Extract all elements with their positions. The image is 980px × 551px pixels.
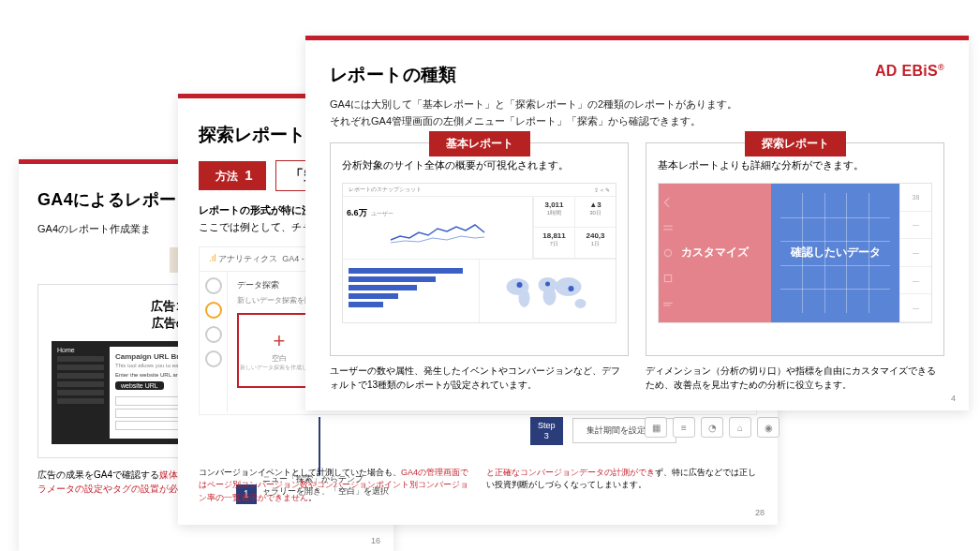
line-chart-icon [347,219,528,247]
panel-explore-report: 探索レポート 基本レポートよりも詳細な分析ができます。 カスタマイズ [646,142,944,392]
panel2-desc: 基本レポートよりも詳細な分析ができます。 [658,158,932,173]
svg-point-11 [664,249,671,256]
front-page-number: 4 [951,394,956,403]
method-pill: 方法 1 [199,161,266,190]
svg-point-7 [545,281,550,286]
svg-rect-14 [663,305,670,305]
bottom-box-2: と正確なコンバージョンデータの計測ができず、特に広告などでは正しい投資判断がしづ… [486,467,757,505]
panel1-tag: 基本レポート [429,131,530,156]
explore-customize-panel: カスタマイズ [659,184,771,322]
explore-report-mock: カスタマイズ 確認したいデータ 38 ———— [658,183,932,323]
back-page-number: 16 [371,536,380,545]
explore-data-panel: 確認したいデータ [771,184,899,322]
front-title: レポートの種類 [330,63,457,87]
back-arrow-icon [662,197,674,208]
svg-rect-9 [663,225,673,226]
ga-sidebar [200,272,228,412]
icon-row: ▦ ≡ ◔ ⌂ ◉ [645,417,780,438]
mid-page-number: 28 [755,508,765,517]
panel1-tail: ユーザーの数や属性、発生したイベントやコンバージョンなど、デフォルトで13種類の… [330,364,629,392]
svg-rect-13 [663,303,673,304]
svg-point-4 [556,277,582,296]
world-map-icon [480,260,616,322]
bar-chart-icon [343,260,480,322]
panel1-desc: 分析対象のサイト全体の概要が可視化されます。 [342,158,616,173]
svg-point-5 [575,299,587,308]
rep-stats-grid: 3,0111時間 ▲330日 18,8117日 240,31日 [533,197,616,260]
svg-point-3 [543,287,557,305]
panel2-tail: ディメンション（分析の切り口）や指標を自由にカスタマイズできるため、改善点を見出… [646,364,944,392]
home-icon[interactable]: ⌂ [729,417,751,438]
donut-icon[interactable]: ◔ [701,417,723,438]
rep-stat-users: 6.6万 [347,208,367,217]
explore-right-rail: 38 ———— [899,184,931,322]
panel-basic-report: 基本レポート 分析対象のサイト全体の概要が可視化されます。 レポートのスナップシ… [330,142,629,392]
share-icon[interactable]: ⇪ < ✎ [594,186,610,193]
grid-icon[interactable]: ▦ [645,417,667,438]
brand-logo: AD EBiS® [875,63,944,80]
panel2-tag: 探索レポート [745,131,846,156]
svg-point-8 [569,286,574,291]
svg-point-6 [517,282,523,288]
step3-badge: Step3 [530,417,563,445]
svg-rect-12 [664,275,671,281]
list-icon[interactable]: ≡ [673,417,695,438]
rep-snapshot-label: レポートのスナップショット [349,186,422,194]
mock-brand-label: Home [57,347,104,353]
plus-icon: + [274,329,286,353]
globe-icon[interactable]: ◉ [757,417,780,438]
svg-point-1 [519,289,530,307]
basic-report-mock: レポートのスナップショット ⇪ < ✎ 6.6万 ユーザー [342,183,616,323]
bottom-box-1: コンバージョンイベントとして計測していた場合も、GA4の管理画面ではページ別コン… [199,467,469,505]
svg-rect-10 [663,229,673,230]
mid-bottom-grid: コンバージョンイベントとして計測していた場合も、GA4の管理画面ではページ別コン… [199,467,757,505]
front-lead: GA4には大別して「基本レポート」と「探索レポート」の2種類のレポートがあります… [330,97,944,129]
ga-brand-label: アナリティクス [218,254,277,263]
slide-front: レポートの種類 AD EBiS® GA4には大別して「基本レポート」と「探索レポ… [305,36,969,410]
